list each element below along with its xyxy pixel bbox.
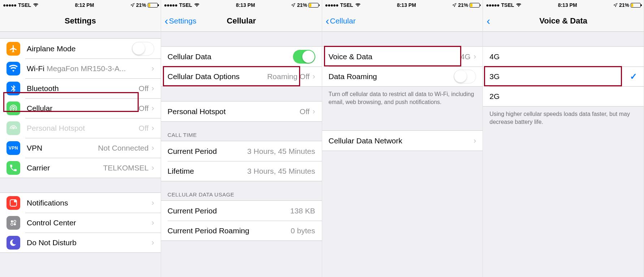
location-icon [613, 3, 618, 7]
checkmark-icon: ✓ [630, 72, 637, 82]
location-icon [452, 3, 457, 7]
current-period-label: Current Period [168, 147, 217, 156]
battery-pct-label: 21% [619, 2, 629, 8]
usage-roaming-label: Current Period Roaming [168, 226, 249, 235]
cellular-data-label: Cellular Data [168, 52, 211, 61]
row-control-center[interactable]: Control Center › [0, 213, 161, 233]
row-dnd[interactable]: Do Not Disturb › [0, 233, 161, 252]
back-label: Cellular [330, 17, 356, 25]
row-lifetime: Lifetime 3 Hours, 45 Minutes [161, 161, 322, 181]
row-4g[interactable]: 4G [483, 47, 644, 66]
back-button[interactable]: ‹ [487, 16, 491, 26]
wifi-label: Wi-Fi [27, 64, 44, 73]
signal-dots-icon: ●●●●● [164, 2, 177, 8]
location-icon [291, 3, 295, 7]
chevron-right-icon: › [151, 104, 154, 113]
row-2g[interactable]: 2G [483, 86, 644, 106]
roaming-footer: Turn off cellular data to restrict all d… [322, 87, 483, 109]
chevron-right-icon: › [151, 238, 154, 247]
battery-pct-label: 21% [297, 2, 307, 8]
row-notifications[interactable]: Notifications › [0, 193, 161, 213]
chevron-right-icon: › [151, 124, 154, 133]
notifications-icon [7, 196, 20, 210]
cellular-options-label: Cellular Data Options [168, 72, 240, 81]
carrier-label: TSEL [340, 2, 353, 8]
cellular-data-switch[interactable] [293, 50, 315, 64]
page-title: Cellular [227, 16, 256, 26]
row-voice-data[interactable]: Voice & Data 4G › [322, 47, 483, 66]
current-period-value: 3 Hours, 45 Minutes [247, 147, 315, 156]
row-usage-roaming: Current Period Roaming 0 bytes [161, 221, 322, 241]
row-cellular-options[interactable]: Cellular Data Options Roaming Off › [161, 66, 322, 86]
row-data-roaming[interactable]: Data Roaming [322, 66, 483, 86]
chevron-right-icon: › [474, 52, 476, 61]
moon-icon [7, 236, 20, 250]
option-4g-label: 4G [489, 52, 500, 61]
status-bar: ●●●●● TSEL 8:12 PM 21% [0, 0, 161, 10]
cellular-options-value: Roaming Off [267, 72, 310, 81]
chevron-right-icon: › [312, 107, 315, 116]
lifetime-label: Lifetime [168, 167, 194, 176]
row-cellular-data[interactable]: Cellular Data [161, 47, 322, 66]
back-button[interactable]: ‹ Cellular [326, 16, 356, 26]
status-bar: ●●●●● TSEL 8:13 PM 21% [161, 0, 322, 10]
battery-icon [470, 3, 480, 8]
nav-bar: Settings [0, 10, 161, 32]
hotspot-label: Personal Hotspot [27, 124, 85, 133]
usage-roaming-value: 0 bytes [291, 226, 315, 235]
clock-label: 8:13 PM [236, 2, 255, 8]
svg-rect-4 [14, 220, 16, 222]
data-roaming-switch[interactable] [454, 70, 476, 83]
hotspot-value: Off [139, 124, 149, 133]
control-center-icon [7, 216, 20, 230]
usage-current-value: 138 KB [290, 207, 315, 215]
row-hotspot[interactable]: Personal Hotspot Off › [0, 118, 161, 138]
hotspot-value: Off [300, 107, 310, 116]
chevron-right-icon: › [151, 163, 154, 173]
battery-icon [308, 3, 319, 8]
row-personal-hotspot[interactable]: Personal Hotspot Off › [161, 101, 322, 121]
row-cellular-data-network[interactable]: Cellular Data Network › [322, 131, 483, 151]
row-carrier[interactable]: Carrier TELKOMSEL › [0, 158, 161, 178]
vpn-value: Not Connected [98, 144, 148, 152]
carrier-icon [7, 161, 20, 175]
row-3g[interactable]: 3G ✓ [483, 66, 644, 86]
location-icon [130, 3, 135, 7]
row-airplane-mode[interactable]: Airplane Mode [0, 39, 161, 59]
signal-dots-icon: ●●●●● [325, 2, 338, 8]
option-2g-label: 2G [489, 92, 500, 101]
wifi-app-icon [7, 62, 20, 75]
screen-voice-and-data: ●●●●● TSEL 8:13 PM 21% ‹ Voice & Data 4G… [483, 0, 644, 277]
usage-current-label: Current Period [168, 207, 217, 215]
cellular-value: Off [139, 104, 149, 113]
cellular-icon [7, 101, 20, 115]
svg-rect-5 [11, 223, 13, 225]
chevron-left-icon: ‹ [487, 16, 490, 26]
data-roaming-label: Data Roaming [329, 72, 377, 81]
airplane-icon [7, 42, 20, 56]
carrier-label: TSEL [18, 2, 31, 8]
status-bar: ●●●●● TSEL 8:13 PM 21% [483, 0, 644, 10]
row-wifi[interactable]: Wi-Fi MegaFon MR150-3-A... › [0, 59, 161, 78]
carrier-label: TSEL [501, 2, 514, 8]
signal-dots-icon: ●●●●● [3, 2, 16, 8]
back-button[interactable]: ‹ Settings [165, 16, 196, 26]
row-cellular[interactable]: Cellular Off › [0, 98, 161, 118]
voice-data-footer: Using higher cellular speeds loads data … [483, 107, 644, 129]
wifi-value: MegaFon MR150-3-A... [47, 64, 148, 73]
voice-data-label: Voice & Data [329, 52, 372, 61]
battery-pct-label: 21% [458, 2, 468, 8]
row-vpn[interactable]: VPN VPN Not Connected › [0, 138, 161, 158]
hotspot-label: Personal Hotspot [168, 107, 226, 116]
battery-pct-label: 21% [136, 2, 146, 8]
bluetooth-value: Off [139, 84, 149, 93]
battery-icon [148, 3, 158, 8]
row-bluetooth[interactable]: Bluetooth Off › [0, 78, 161, 98]
wifi-icon [355, 3, 361, 7]
option-3g-label: 3G [489, 72, 500, 81]
row-current-period: Current Period 3 Hours, 45 Minutes [161, 141, 322, 161]
chevron-right-icon: › [151, 218, 154, 228]
airplane-switch[interactable] [132, 42, 154, 56]
usage-header: CELLULAR DATA USAGE [161, 181, 322, 200]
chevron-right-icon: › [151, 198, 154, 208]
